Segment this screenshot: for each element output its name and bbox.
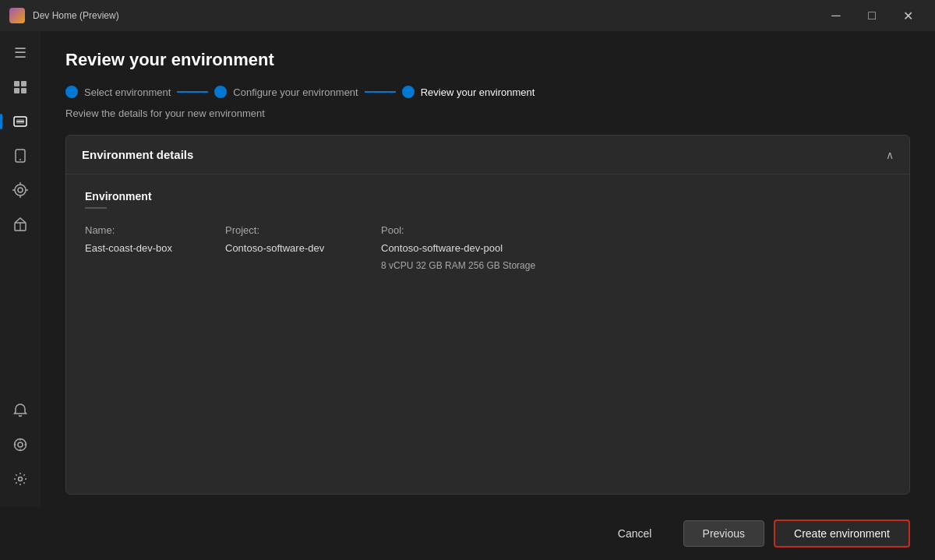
step-description: Review the details for your new environm… xyxy=(65,107,910,119)
environments-icon xyxy=(12,114,28,129)
svg-point-8 xyxy=(19,159,21,160)
svg-rect-1 xyxy=(21,81,26,86)
sidebar-item-notifications[interactable] xyxy=(3,395,37,426)
step-3-circle xyxy=(402,86,415,98)
step-2-label: Configure your environment xyxy=(233,86,358,98)
feedback-icon xyxy=(12,437,28,453)
svg-point-18 xyxy=(15,439,26,451)
sidebar: ☰ xyxy=(0,31,41,507)
svg-point-17 xyxy=(18,442,23,447)
svg-point-23 xyxy=(19,477,23,481)
env-card-title: Environment details xyxy=(82,148,193,161)
svg-point-10 xyxy=(15,185,26,195)
app-title: Dev Home (Preview) xyxy=(33,10,119,21)
step-3-label: Review your environment xyxy=(421,86,535,98)
create-environment-button[interactable]: Create environment xyxy=(774,519,910,548)
env-card-body: Environment Name: East-coast-dev-box Pro… xyxy=(66,174,909,494)
minimize-button[interactable]: ─ xyxy=(818,3,854,28)
title-bar-left: Dev Home (Preview) xyxy=(9,8,119,23)
sidebar-item-feedback[interactable] xyxy=(3,429,37,460)
env-card-header: Environment details ∧ xyxy=(66,136,909,174)
svg-point-9 xyxy=(18,188,23,192)
sidebar-item-environments[interactable] xyxy=(3,106,37,137)
extensions-icon xyxy=(12,182,28,198)
pool-label: Pool: xyxy=(381,224,891,236)
svg-rect-3 xyxy=(21,88,26,93)
pool-details: 8 vCPU 32 GB RAM 256 GB Storage xyxy=(381,260,891,271)
previous-button[interactable]: Previous xyxy=(683,520,764,547)
dashboard-icon xyxy=(12,79,28,95)
main-content: Review your environment Select environme… xyxy=(41,31,935,507)
step-2-circle xyxy=(214,86,227,98)
page-title: Review your environment xyxy=(65,50,910,70)
svg-rect-2 xyxy=(14,88,19,93)
env-details-grid: Name: East-coast-dev-box Project: Contos… xyxy=(85,224,891,271)
step-1: Select environment xyxy=(65,86,171,98)
packages-icon xyxy=(12,217,28,232)
env-section-title: Environment xyxy=(85,190,891,203)
connector-2 xyxy=(365,91,396,93)
svg-rect-0 xyxy=(14,81,19,86)
step-1-label: Select environment xyxy=(84,86,171,98)
preferences-icon xyxy=(12,471,28,487)
title-bar-controls: ─ □ ✕ xyxy=(818,3,926,28)
sidebar-item-extensions[interactable] xyxy=(3,174,37,206)
footer: Cancel Previous Create environment xyxy=(0,507,935,560)
title-bar: Dev Home (Preview) ─ □ ✕ xyxy=(0,0,935,31)
env-col-project: Project: Contoso-software-dev xyxy=(225,224,381,271)
name-label: Name: xyxy=(85,224,225,236)
menu-icon: ☰ xyxy=(14,44,26,62)
step-1-circle xyxy=(65,86,78,98)
device-icon xyxy=(12,148,28,164)
connector-1 xyxy=(177,91,208,93)
maximize-button[interactable]: □ xyxy=(854,3,890,28)
sidebar-item-menu[interactable]: ☰ xyxy=(3,37,37,69)
stepper: Select environment Configure your enviro… xyxy=(65,86,910,98)
app-icon xyxy=(9,8,25,23)
env-section-divider xyxy=(85,207,107,209)
notifications-icon xyxy=(12,403,28,418)
environment-details-card: Environment details ∧ Environment Name: … xyxy=(65,135,910,495)
step-3: Review your environment xyxy=(402,86,535,98)
project-value: Contoso-software-dev xyxy=(225,242,381,254)
env-col-name: Name: East-coast-dev-box xyxy=(85,224,225,271)
step-2: Configure your environment xyxy=(214,86,358,98)
app-layout: ☰ xyxy=(0,31,935,507)
cancel-button[interactable]: Cancel xyxy=(596,520,674,547)
project-label: Project: xyxy=(225,224,381,236)
sidebar-item-packages[interactable] xyxy=(3,209,37,240)
sidebar-item-preferences[interactable] xyxy=(3,463,37,495)
pool-value: Contoso-software-dev-pool xyxy=(381,242,891,254)
env-col-pool: Pool: Contoso-software-dev-pool 8 vCPU 3… xyxy=(381,224,891,271)
name-value: East-coast-dev-box xyxy=(85,242,225,254)
chevron-up-icon[interactable]: ∧ xyxy=(886,149,894,161)
sidebar-item-devices[interactable] xyxy=(3,140,37,171)
close-button[interactable]: ✕ xyxy=(890,3,926,28)
sidebar-item-dashboard[interactable] xyxy=(3,72,37,103)
sidebar-bottom xyxy=(3,395,37,501)
